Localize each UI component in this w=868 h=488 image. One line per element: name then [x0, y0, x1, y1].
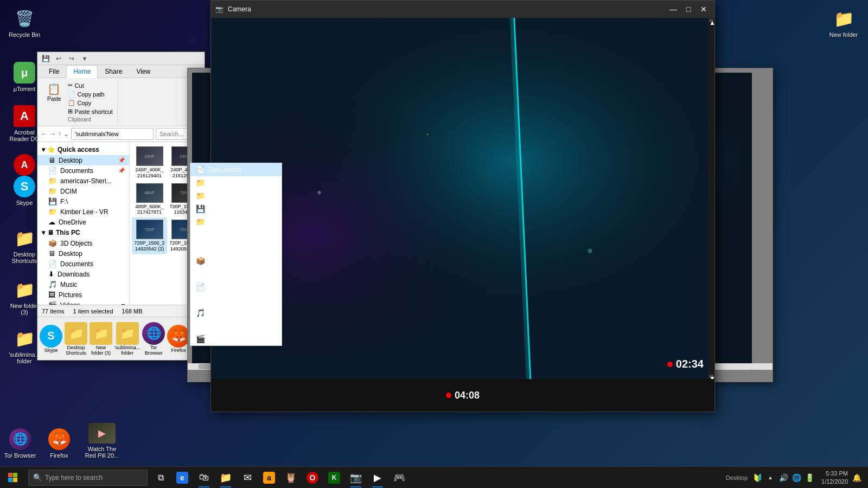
utorrent-label: µTorrent — [14, 86, 36, 92]
nav-dcim[interactable]: 📁 DCIM — [190, 189, 282, 202]
tray-battery[interactable]: 🔋 — [804, 472, 815, 483]
copy-path-button[interactable]: 📄 Copy path — [66, 90, 115, 98]
taskbar-show-desktop[interactable]: Desktop — [724, 474, 750, 481]
nav-forward[interactable]: → — [49, 128, 56, 140]
nav-videos[interactable]: 🎬 Videos — [190, 332, 282, 345]
sidebar-item-documents2[interactable]: 📄 Documents — [37, 259, 129, 269]
sidebar-item-downloads[interactable]: ⬇ Downloads — [37, 269, 129, 279]
cut-button[interactable]: ✂ Cut — [66, 81, 115, 89]
tripadvisor-taskbar-app[interactable]: 🦉 — [280, 467, 302, 488]
sidebar-item-kimber[interactable]: 📁 Kimber Lee - VR — [37, 207, 129, 217]
nav-back[interactable]: ← — [41, 128, 47, 140]
copy-button[interactable]: 📋 Copy — [66, 99, 115, 107]
file-item-0[interactable]: 240P 240P_400K_216129401 — [132, 144, 167, 181]
nav-documents2[interactable]: 📄 Documents — [190, 280, 282, 293]
qat-save[interactable]: 💾 — [40, 53, 52, 64]
pin-icon2: 📌 — [118, 168, 125, 174]
this-pc-header[interactable]: ▾ 🖥 This PC — [37, 227, 129, 238]
nav-3dobjects[interactable]: 📦 3D Objects — [190, 254, 282, 267]
mail-taskbar-app[interactable]: ✉ — [237, 467, 258, 488]
camera-close[interactable]: ✕ — [697, 4, 710, 15]
tab-share[interactable]: Share — [98, 65, 129, 78]
unknown-taskbar-app[interactable]: 🎮 — [388, 467, 410, 488]
nav-this-pc[interactable]: 🖥 This PC — [190, 241, 282, 254]
qat-dropdown[interactable]: ▾ — [79, 53, 91, 64]
bottom-desktop-shortcuts-label: Desktop Shortcuts — [65, 345, 87, 356]
opera-taskbar-app[interactable]: O — [302, 467, 323, 488]
downloads-label: Downloads — [58, 271, 90, 278]
desktop-icon-tor-browser[interactable]: 🌐 Tor Browser — [1, 426, 39, 461]
camera-scrollbar[interactable]: ▲ ▼ — [708, 18, 714, 379]
nav-desktop[interactable]: 🖥 Desktop — [190, 267, 282, 280]
start-button[interactable] — [0, 467, 26, 489]
nav-recent[interactable]: ⌄ — [63, 128, 69, 140]
nav-americavr[interactable]: 📁 americavr-Sheric — [190, 176, 282, 189]
bottom-subliminal[interactable]: 📁 'sublimina... folder — [114, 322, 140, 356]
nav-pictures[interactable]: 🖼 Pictures — [190, 319, 282, 332]
desktop-icon-watch-red-pill[interactable]: ▶ Watch The Red Pill 20... — [80, 421, 124, 461]
taskbar-time[interactable]: 5:33 PM 1/12/2020 — [821, 470, 848, 485]
address-input[interactable] — [71, 128, 154, 140]
scroll-up[interactable]: ▲ — [709, 19, 713, 22]
amazon-taskbar-app[interactable]: a — [258, 467, 280, 488]
nav-f-drive[interactable]: 💾 F:\ — [190, 202, 282, 215]
task-view-button[interactable]: ⧉ — [150, 467, 171, 488]
sidebar-item-onedrive[interactable]: ☁ OneDrive — [37, 217, 129, 227]
tab-file[interactable]: File — [42, 65, 66, 78]
camera-minimize[interactable]: — — [667, 4, 680, 15]
firefox-bottom-label: Firefox — [50, 452, 68, 459]
file-explorer-taskbar-app[interactable]: 📁 — [215, 467, 237, 488]
sidebar-item-pictures[interactable]: 🖼 Pictures — [37, 290, 129, 300]
qat-redo[interactable]: ↪ — [66, 53, 78, 64]
kaspersky-taskbar-app[interactable]: K — [323, 467, 345, 488]
edge-taskbar-app[interactable]: e — [171, 467, 193, 488]
desktop-icon-firefox-bottom[interactable]: 🦊 Firefox — [40, 426, 78, 461]
nav-onedrive[interactable]: ☁ OneDrive — [190, 228, 282, 241]
bottom-desktop-shortcuts[interactable]: 📁 Desktop Shortcuts — [65, 322, 87, 356]
tab-view[interactable]: View — [129, 65, 157, 78]
desktop-icon-recycle-bin[interactable]: 🗑️ Recycle Bin — [5, 5, 43, 40]
qat-undo[interactable]: ↩ — [53, 53, 65, 64]
tray-up[interactable]: ▲ — [765, 472, 776, 483]
tray-network[interactable]: 🌐 — [791, 472, 802, 483]
sidebar-item-music[interactable]: 🎵 Music — [37, 279, 129, 290]
nav-kimber[interactable]: 📁 Kimber Lee - VR — [190, 215, 282, 228]
sidebar-item-desktop[interactable]: 🖥 Desktop 📌 — [37, 155, 129, 165]
desktop-label: Desktop — [726, 474, 748, 481]
desktop-icon-new-folder-right[interactable]: 📁 New folder — [825, 5, 863, 40]
quick-access-header[interactable]: ▾ ⭐ Quick access — [37, 144, 129, 155]
paste-shortcut-button[interactable]: ⊞ Paste shortcut — [66, 107, 115, 115]
file-item-2[interactable]: 480P 480P_600K_217427871 — [132, 181, 167, 218]
tray-speaker[interactable]: 🔊 — [778, 472, 789, 483]
bottom-tor[interactable]: 🌐 Tor Browser — [142, 322, 165, 356]
camera-maximize[interactable]: □ — [682, 4, 695, 15]
documents2-icon: 📄 — [48, 260, 57, 268]
paste-button[interactable]: 📋 Paste — [44, 81, 65, 115]
nav-up[interactable]: ↑ — [58, 128, 61, 140]
sidebar-item-americavr[interactable]: 📁 americavr-Sheri... — [37, 176, 129, 186]
tab-home[interactable]: Home — [66, 65, 98, 78]
file-item-4[interactable]: 720P 720P_1500_214920542 (2) — [132, 217, 167, 254]
sidebar-item-3dobjects[interactable]: 📦 3D Objects — [37, 238, 129, 248]
scroll-down[interactable]: ▼ — [709, 375, 713, 378]
sidebar-item-desktop2[interactable]: 🖥 Desktop — [37, 248, 129, 259]
store-taskbar-app[interactable]: 🛍 — [193, 467, 215, 488]
sidebar-item-documents[interactable]: 📄 Documents 📌 — [37, 165, 129, 176]
nav-downloads[interactable]: ⬇ Downloads — [190, 293, 282, 306]
bottom-firefox[interactable]: 🦊 Firefox — [167, 325, 190, 353]
nav-documents[interactable]: 📄 Documents — [190, 163, 282, 176]
sidebar-item-f-drive[interactable]: 💾 F:\ — [37, 196, 129, 207]
sidebar-item-videos[interactable]: 🎬 Videos ▾ — [37, 300, 129, 305]
bottom-new-folder[interactable]: 📁 New folder (3) — [90, 322, 112, 356]
media-taskbar-app[interactable]: ▶ — [367, 467, 388, 488]
acrobat-icon: A — [14, 105, 35, 127]
camera-taskbar-app[interactable]: 📷 — [345, 467, 367, 488]
sidebar-item-dcim[interactable]: 📁 DCIM — [37, 186, 129, 196]
taskbar-search-box[interactable]: 🔍 Type here to search — [28, 470, 148, 486]
taskbar-right: Desktop 🔰 ▲ 🔊 🌐 🔋 5:33 PM 1/12/2020 🔔 — [724, 470, 868, 485]
tray-kaspersky[interactable]: 🔰 — [752, 472, 763, 483]
new-folder-3-label: New folder (3) — [8, 303, 41, 316]
notification-bell[interactable]: 🔔 — [850, 473, 864, 482]
bottom-skype[interactable]: S Skype — [40, 325, 62, 353]
nav-music[interactable]: 🎵 Music — [190, 306, 282, 319]
